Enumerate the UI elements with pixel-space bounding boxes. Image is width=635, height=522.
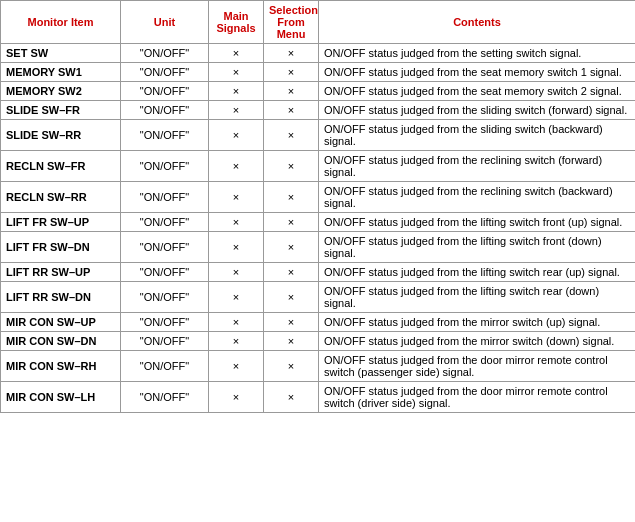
unit-cell: "ON/OFF" <box>121 263 209 282</box>
header-unit: Unit <box>121 1 209 44</box>
main-signals-cell: × <box>209 232 264 263</box>
monitor-item-cell: SLIDE SW–RR <box>1 120 121 151</box>
monitor-item-cell: MIR CON SW–RH <box>1 351 121 382</box>
unit-cell: "ON/OFF" <box>121 382 209 413</box>
selection-cell: × <box>264 120 319 151</box>
contents-cell: ON/OFF status judged from the lifting sw… <box>319 213 636 232</box>
selection-cell: × <box>264 232 319 263</box>
table-row: SET SW"ON/OFF"××ON/OFF status judged fro… <box>1 44 636 63</box>
main-signals-cell: × <box>209 351 264 382</box>
main-signals-cell: × <box>209 282 264 313</box>
monitor-item-cell: LIFT RR SW–UP <box>1 263 121 282</box>
selection-cell: × <box>264 82 319 101</box>
selection-cell: × <box>264 382 319 413</box>
contents-cell: ON/OFF status judged from the setting sw… <box>319 44 636 63</box>
table-row: LIFT RR SW–DN"ON/OFF"××ON/OFF status jud… <box>1 282 636 313</box>
monitor-item-cell: RECLN SW–FR <box>1 151 121 182</box>
selection-cell: × <box>264 263 319 282</box>
header-main-signals: Main Signals <box>209 1 264 44</box>
main-signals-cell: × <box>209 182 264 213</box>
contents-cell: ON/OFF status judged from the door mirro… <box>319 351 636 382</box>
contents-cell: ON/OFF status judged from the lifting sw… <box>319 282 636 313</box>
selection-cell: × <box>264 63 319 82</box>
unit-cell: "ON/OFF" <box>121 313 209 332</box>
selection-cell: × <box>264 44 319 63</box>
selection-cell: × <box>264 182 319 213</box>
monitor-table: Monitor Item Unit Main Signals Selection… <box>0 0 635 413</box>
table-row: MIR CON SW–DN"ON/OFF"××ON/OFF status jud… <box>1 332 636 351</box>
table-row: LIFT FR SW–DN"ON/OFF"××ON/OFF status jud… <box>1 232 636 263</box>
table-row: RECLN SW–RR"ON/OFF"××ON/OFF status judge… <box>1 182 636 213</box>
table-row: MIR CON SW–LH"ON/OFF"××ON/OFF status jud… <box>1 382 636 413</box>
main-signals-cell: × <box>209 263 264 282</box>
main-signals-cell: × <box>209 151 264 182</box>
selection-cell: × <box>264 332 319 351</box>
unit-cell: "ON/OFF" <box>121 282 209 313</box>
main-signals-cell: × <box>209 120 264 151</box>
contents-cell: ON/OFF status judged from the lifting sw… <box>319 232 636 263</box>
table-row: SLIDE SW–RR"ON/OFF"××ON/OFF status judge… <box>1 120 636 151</box>
monitor-item-cell: LIFT FR SW–DN <box>1 232 121 263</box>
table-row: SLIDE SW–FR"ON/OFF"××ON/OFF status judge… <box>1 101 636 120</box>
main-signals-cell: × <box>209 82 264 101</box>
header-monitor-item: Monitor Item <box>1 1 121 44</box>
unit-cell: "ON/OFF" <box>121 182 209 213</box>
table-row: RECLN SW–FR"ON/OFF"××ON/OFF status judge… <box>1 151 636 182</box>
monitor-item-cell: SET SW <box>1 44 121 63</box>
monitor-item-cell: MEMORY SW1 <box>1 63 121 82</box>
selection-cell: × <box>264 213 319 232</box>
unit-cell: "ON/OFF" <box>121 232 209 263</box>
selection-cell: × <box>264 101 319 120</box>
unit-cell: "ON/OFF" <box>121 213 209 232</box>
unit-cell: "ON/OFF" <box>121 44 209 63</box>
unit-cell: "ON/OFF" <box>121 63 209 82</box>
unit-cell: "ON/OFF" <box>121 82 209 101</box>
unit-cell: "ON/OFF" <box>121 120 209 151</box>
contents-cell: ON/OFF status judged from the seat memor… <box>319 82 636 101</box>
unit-cell: "ON/OFF" <box>121 332 209 351</box>
contents-cell: ON/OFF status judged from the sliding sw… <box>319 120 636 151</box>
header-contents: Contents <box>319 1 636 44</box>
contents-cell: ON/OFF status judged from the seat memor… <box>319 63 636 82</box>
table-row: MIR CON SW–UP"ON/OFF"××ON/OFF status jud… <box>1 313 636 332</box>
contents-cell: ON/OFF status judged from the sliding sw… <box>319 101 636 120</box>
main-signals-cell: × <box>209 101 264 120</box>
contents-cell: ON/OFF status judged from the mirror swi… <box>319 332 636 351</box>
selection-cell: × <box>264 282 319 313</box>
monitor-item-cell: LIFT RR SW–DN <box>1 282 121 313</box>
monitor-item-cell: SLIDE SW–FR <box>1 101 121 120</box>
table-row: LIFT RR SW–UP"ON/OFF"××ON/OFF status jud… <box>1 263 636 282</box>
selection-cell: × <box>264 351 319 382</box>
table-row: LIFT FR SW–UP"ON/OFF"××ON/OFF status jud… <box>1 213 636 232</box>
contents-cell: ON/OFF status judged from the door mirro… <box>319 382 636 413</box>
table-row: MEMORY SW2"ON/OFF"××ON/OFF status judged… <box>1 82 636 101</box>
main-signals-cell: × <box>209 382 264 413</box>
monitor-item-cell: MIR CON SW–LH <box>1 382 121 413</box>
main-signals-cell: × <box>209 332 264 351</box>
unit-cell: "ON/OFF" <box>121 151 209 182</box>
main-signals-cell: × <box>209 63 264 82</box>
contents-cell: ON/OFF status judged from the lifting sw… <box>319 263 636 282</box>
table-row: MEMORY SW1"ON/OFF"××ON/OFF status judged… <box>1 63 636 82</box>
contents-cell: ON/OFF status judged from the reclining … <box>319 182 636 213</box>
monitor-item-cell: RECLN SW–RR <box>1 182 121 213</box>
unit-cell: "ON/OFF" <box>121 351 209 382</box>
header-selection-from-menu: Selection From Menu <box>264 1 319 44</box>
selection-cell: × <box>264 151 319 182</box>
contents-cell: ON/OFF status judged from the reclining … <box>319 151 636 182</box>
main-signals-cell: × <box>209 213 264 232</box>
selection-cell: × <box>264 313 319 332</box>
main-signals-cell: × <box>209 44 264 63</box>
monitor-item-cell: MIR CON SW–DN <box>1 332 121 351</box>
contents-cell: ON/OFF status judged from the mirror swi… <box>319 313 636 332</box>
monitor-item-cell: LIFT FR SW–UP <box>1 213 121 232</box>
monitor-item-cell: MIR CON SW–UP <box>1 313 121 332</box>
monitor-item-cell: MEMORY SW2 <box>1 82 121 101</box>
main-signals-cell: × <box>209 313 264 332</box>
table-row: MIR CON SW–RH"ON/OFF"××ON/OFF status jud… <box>1 351 636 382</box>
unit-cell: "ON/OFF" <box>121 101 209 120</box>
